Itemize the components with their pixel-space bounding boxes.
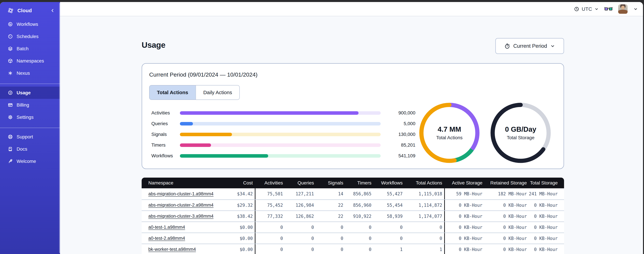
namespace-link[interactable]: a0-test-2.a98mm4 — [148, 236, 185, 241]
schedules-icon — [8, 34, 13, 39]
tab-daily-actions[interactable]: Daily Actions — [196, 86, 240, 100]
activities-cell: 0 — [255, 233, 285, 244]
workflows-cell: 55,427 — [374, 191, 405, 196]
sidebar-item-docs[interactable]: Docs — [0, 143, 60, 155]
period-selector-button[interactable]: Current Period — [495, 38, 564, 54]
retained-storage-cell: 0 KB-Hour — [484, 214, 529, 219]
sidebar-item-support[interactable]: Support — [0, 131, 60, 143]
bar-track — [180, 111, 381, 115]
activities-cell: 0 — [255, 222, 285, 232]
usage-bar-chart: Activities 900,000 Queries 5,000 Signals — [151, 108, 415, 161]
welcome-icon — [8, 159, 13, 164]
stopwatch-icon — [504, 43, 510, 49]
sidebar-item-settings[interactable]: Settings — [0, 111, 60, 123]
sidebar-item-workflows[interactable]: Workflows — [0, 18, 60, 30]
bar-track — [180, 154, 381, 158]
queries-cell: 126,984 — [285, 203, 316, 208]
namespace-link[interactable]: a0-test-1.a98mm4 — [148, 225, 185, 230]
active-storage-cell: 59 MB-Hour — [444, 188, 484, 200]
billing-icon — [8, 102, 13, 108]
sidebar-item-billing[interactable]: Billing — [0, 99, 60, 111]
donut-center-sublabel: Total Actions — [436, 135, 462, 140]
usage-icon — [8, 90, 13, 95]
sidebar-item-label: Welcome — [16, 159, 36, 164]
timezone-label: UTC — [582, 6, 592, 12]
column-header: Signals — [316, 180, 345, 186]
bar-track — [180, 133, 381, 136]
clock-icon — [574, 6, 579, 12]
period-selector-label: Current Period — [513, 43, 547, 49]
namespace-cell: abs-migration-cluster-2.a98mm4 — [148, 202, 229, 208]
sidebar-item-nexus[interactable]: Nexus — [0, 67, 60, 79]
workflows-cell: 0 — [374, 225, 405, 230]
signals-cell: 0 — [316, 236, 345, 241]
total-storage-cell: 241 MB-Hour — [529, 191, 560, 196]
cost-cell: $34.42 — [229, 191, 255, 196]
account-chevron-down-icon[interactable] — [633, 7, 638, 12]
namespace-link[interactable]: abs-migration-cluster-2.a98mm4 — [148, 202, 214, 208]
sidebar-item-batch[interactable]: Batch — [0, 42, 60, 55]
sidebar-item-label: Schedules — [16, 34, 38, 39]
sidebar-item-label: Namespaces — [16, 58, 44, 64]
sidebar-nav: Workflows Schedules Batch Namespaces Nex… — [0, 18, 60, 168]
active-storage-cell: 0 KB-Hour — [444, 211, 484, 222]
total-actions-cell: 1,174,077 — [405, 214, 444, 219]
signals-cell: 0 — [316, 225, 345, 230]
total-storage-cell: 0 KB-Hour — [529, 214, 560, 219]
workflows-icon — [8, 22, 13, 27]
total-actions-cell: 1,115,018 — [405, 191, 444, 196]
table-row: bk-worker-test.a98mm4 $0.00 0 0 0 0 1 1 … — [142, 244, 564, 254]
active-storage-cell: 0 KB-Hour — [444, 244, 484, 254]
queries-cell: 127,211 — [285, 191, 316, 196]
namespaces-icon — [8, 58, 13, 64]
cost-cell: $38.42 — [229, 214, 255, 219]
total-storage-cell: 0 KB-Hour — [529, 203, 560, 208]
bar-row-signals: Signals 130,000 — [151, 129, 415, 140]
sidebar: Cloud Workflows Schedules Batch Namespac… — [0, 2, 60, 254]
bar-label: Queries — [151, 121, 180, 126]
workflows-cell: 1 — [374, 247, 405, 252]
timezone-selector[interactable]: UTC — [574, 6, 599, 12]
sidebar-item-label: Support — [16, 134, 33, 140]
active-storage-cell: 0 KB-Hour — [444, 200, 484, 210]
namespace-link[interactable]: abs-migration-cluster-3.a98mm4 — [148, 214, 214, 219]
sidebar-item-welcome[interactable]: Welcome — [0, 155, 60, 168]
settings-icon — [8, 114, 13, 120]
namespace-link[interactable]: abs-migration-cluster-1.a98mm4 — [148, 191, 214, 196]
chevron-down-icon — [594, 7, 599, 11]
tab-total-actions[interactable]: Total Actions — [150, 86, 196, 100]
docs-icon — [8, 146, 13, 152]
tab-label: Daily Actions — [203, 90, 232, 95]
total-storage-cell: 0 KB-Hour — [529, 225, 560, 230]
sidebar-item-label: Usage — [16, 90, 31, 96]
table-row: abs-migration-cluster-3.a98mm4 $38.42 77… — [142, 210, 564, 222]
donut-center-value: 4.7 MM — [438, 125, 461, 133]
namespace-cell: a0-test-1.a98mm4 — [148, 225, 229, 230]
donut-center-value: 0 GB/Day — [505, 125, 536, 133]
namespace-cell: abs-migration-cluster-1.a98mm4 — [148, 191, 229, 196]
user-avatar[interactable] — [618, 4, 628, 14]
collapse-sidebar-icon[interactable] — [50, 8, 55, 13]
retained-storage-cell: 0 KB-Hour — [484, 236, 529, 241]
feedback-glasses-icon[interactable] — [604, 6, 612, 12]
sidebar-item-usage[interactable]: Usage — [0, 86, 60, 99]
sidebar-item-schedules[interactable]: Schedules — [0, 30, 60, 42]
queries-cell: 0 — [285, 236, 316, 241]
bar-fill — [180, 154, 268, 158]
brand-label: Cloud — [18, 8, 46, 14]
bar-value: 130,000 — [381, 132, 415, 137]
namespace-link[interactable]: bk-worker-test.a98mm4 — [148, 247, 196, 252]
cost-cell: $0.00 — [229, 236, 255, 241]
sidebar-item-label: Docs — [16, 146, 27, 152]
usage-card: Current Period (09/01/2024 — 10/01/2024)… — [142, 63, 564, 169]
main-content: Usage Current Period Current Period (09/… — [60, 16, 643, 254]
column-header: Workflows — [374, 180, 405, 186]
workflows-cell: 58,939 — [374, 214, 405, 219]
sidebar-item-namespaces[interactable]: Namespaces — [0, 55, 60, 67]
bar-label: Signals — [151, 132, 180, 137]
temporal-logo-icon — [8, 7, 14, 14]
actions-tabs: Total Actions Daily Actions — [149, 85, 240, 100]
column-header: Namespace — [148, 180, 229, 186]
active-storage-cell: 0 KB-Hour — [444, 222, 484, 232]
sidebar-item-label: Batch — [16, 46, 29, 52]
